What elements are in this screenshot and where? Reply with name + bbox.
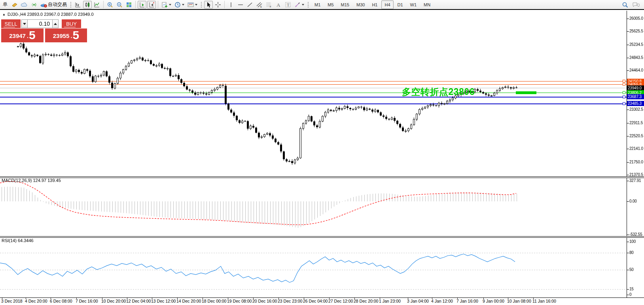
buy-price[interactable]: 23955 . 5 — [45, 28, 87, 42]
cursor-button[interactable] — [204, 1, 213, 9]
chart-plot-area[interactable] — [0, 11, 644, 297]
cloud-button[interactable] — [20, 1, 29, 9]
volume-increase-button[interactable] — [52, 19, 59, 28]
rsi-tick-dash — [627, 242, 629, 242]
date-tick — [408, 297, 408, 299]
chat-icon[interactable] — [632, 2, 640, 8]
cloud-icon — [21, 2, 28, 8]
zoom-out-button[interactable] — [115, 1, 124, 9]
svg-text:A: A — [277, 2, 280, 8]
price-tick-dash — [627, 31, 629, 32]
trendline-button[interactable] — [246, 1, 254, 9]
date-label: 1 Jan 23:00 — [379, 299, 401, 303]
price-tick-dash — [627, 45, 629, 45]
candlestick-chart-button[interactable] — [83, 1, 92, 9]
date-label: 10 Jan 08:00 — [507, 299, 531, 303]
chevron-up-icon — [54, 23, 57, 25]
toolbar-grip[interactable] — [200, 1, 203, 8]
sell-price[interactable]: 23947 . 5 — [1, 28, 44, 42]
timeframe-h4[interactable]: H4 — [381, 0, 393, 9]
chart-shift-button[interactable] — [147, 1, 156, 9]
macd-tick-dash — [627, 235, 629, 235]
panel-divider-rsi[interactable] — [0, 236, 644, 238]
signals-button[interactable] — [30, 1, 38, 9]
zoom-in-icon — [107, 2, 113, 8]
timeframe-m5[interactable]: M5 — [324, 0, 337, 9]
date-tick — [102, 297, 102, 299]
volume-input[interactable]: 0.10 — [28, 19, 52, 28]
signal-icon — [31, 2, 37, 8]
text-button[interactable]: A — [274, 1, 283, 9]
date-label: 26 Dec 04:00 — [303, 299, 328, 303]
chevron-down-icon — [182, 4, 184, 6]
rsi-tick-dash — [627, 253, 629, 253]
date-label: 9 Jan 00:00 — [483, 299, 504, 303]
toolbar-grip[interactable] — [70, 1, 72, 8]
horizontal-line-icon — [237, 2, 244, 8]
collapse-icon[interactable]: ▲ — [2, 13, 6, 16]
sell-button[interactable]: SELL — [1, 19, 21, 28]
bar-chart-button[interactable] — [74, 1, 82, 9]
fibonacci-button[interactable]: F — [265, 1, 273, 9]
sell-price-dot: . — [27, 31, 28, 41]
text-label-button[interactable]: T — [284, 1, 292, 9]
date-tick — [304, 297, 304, 299]
date-tick — [253, 297, 254, 299]
auto-scroll-button[interactable] — [138, 1, 146, 9]
text-a-icon: A — [276, 2, 281, 8]
timeframe-m15[interactable]: M15 — [338, 0, 352, 9]
buy-button[interactable]: BUY — [62, 19, 81, 28]
templates-button[interactable] — [186, 1, 199, 9]
new-chart-button[interactable] — [160, 1, 172, 9]
trade-top-row: SELL 0.10 BUY — [1, 19, 87, 28]
buy-underline — [64, 27, 76, 27]
rsi-tick: 100 — [629, 239, 636, 244]
toolbar-grip[interactable] — [307, 1, 309, 8]
timeframe-d1[interactable]: D1 — [394, 0, 406, 9]
rsi-tick: 15 — [629, 287, 634, 291]
equidistant-channel-button[interactable]: E — [255, 1, 264, 9]
buy-price-dot: . — [70, 31, 72, 41]
zoom-in-button[interactable] — [106, 1, 114, 9]
date-label: 10 Dec 20:00 — [101, 299, 126, 303]
timeframe-mn[interactable]: MN — [420, 0, 434, 9]
vertical-line-button[interactable] — [227, 1, 235, 9]
date-tick — [152, 297, 152, 299]
rsi-tick-dash — [627, 295, 629, 295]
autotrading-button[interactable]: 自动交易 — [39, 1, 68, 9]
volume-decrease-button[interactable] — [21, 19, 28, 28]
rsi-label: RSI(14) 64.3446 — [2, 238, 34, 243]
cursor-arrow-icon — [206, 2, 211, 8]
search-icon[interactable] — [622, 2, 628, 8]
market-watch-button[interactable] — [10, 1, 19, 9]
timeframe-w1[interactable]: W1 — [407, 0, 420, 9]
date-tick — [2, 297, 2, 299]
price-tick: 23302.5 — [629, 107, 643, 112]
gold-book-icon — [11, 2, 18, 8]
new-order-button[interactable]: 单 — [1, 1, 9, 9]
horizontal-line-button[interactable] — [236, 1, 245, 9]
date-label: 11 Jan 16:00 — [532, 299, 556, 303]
price-tick-dash — [627, 110, 629, 110]
date-label: 4 Dec 20:00 — [25, 299, 47, 303]
date-tick — [76, 297, 77, 299]
main-toolbar: 单 自动交易 — [0, 0, 644, 10]
crosshair-button[interactable] — [214, 1, 222, 9]
date-label: 13 Dec 12:00 — [151, 299, 176, 303]
periods-button[interactable] — [173, 1, 186, 9]
timeframe-m30[interactable]: M30 — [353, 0, 368, 9]
tile-windows-button[interactable] — [125, 1, 133, 9]
line-chart-button[interactable] — [93, 1, 101, 9]
date-tick — [457, 297, 458, 299]
text-label-icon: T — [285, 2, 291, 8]
mt4-window: { "toolbar": { "order_label": "单", "auto… — [0, 0, 644, 305]
timeframe-h1[interactable]: H1 — [369, 0, 381, 9]
line-chart-icon — [94, 2, 100, 8]
arrows-button[interactable] — [293, 1, 305, 9]
timeframe-m1[interactable]: M1 — [311, 0, 324, 9]
date-tick — [354, 297, 355, 299]
chart-title-bar: ▲ DJ30-,H4 23893.0 23967.0 23887.0 23949… — [2, 12, 94, 17]
panel-divider-macd[interactable] — [0, 176, 644, 178]
date-tick — [177, 297, 178, 299]
date-label: 18 Dec 00:00 — [202, 299, 226, 303]
